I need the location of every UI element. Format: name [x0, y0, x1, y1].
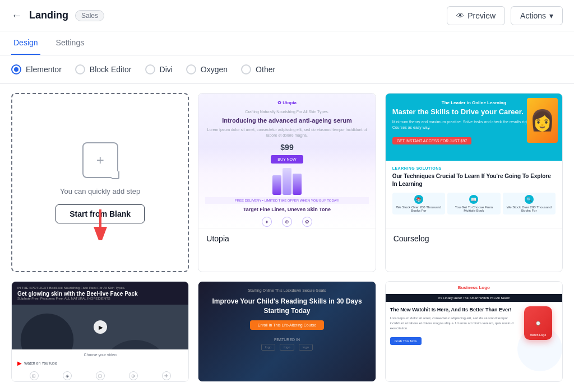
utopia-label: Utopia — [198, 228, 375, 249]
watch-body: The New Watchit Is Here, And Its Better … — [386, 302, 562, 349]
courselog-feature-2: 📖 You Get To Choose From Multiple Book — [447, 193, 500, 214]
beehive-subtitle: Sulphate Free. Parabens Free. ALL NATURA… — [17, 297, 183, 300]
watch-header: Business Logo — [386, 282, 562, 294]
utopia-preview: ✿ Utopia Crafting Naturally Nourishing F… — [198, 94, 375, 228]
radio-label-elementor: Elementor — [26, 65, 62, 74]
watch-device-label: Watch Logo — [530, 333, 546, 337]
page-badge: Sales — [75, 10, 104, 21]
courselog-cta-btn: GET INSTANT ACCESS FOR JUST $97 — [392, 137, 472, 144]
feature-icon-3: 🔍 — [525, 195, 534, 204]
reading-logo-2: logo — [280, 344, 294, 351]
template-grid: + You can quickly add step Start from Bl… — [0, 84, 574, 391]
beehive-choose-text: Choose your video — [12, 349, 188, 358]
reading-banner: Starting Online This Lockdown Secure Goa… — [248, 288, 326, 292]
courselog-label: Courselog — [386, 228, 562, 249]
preview-button[interactable]: 👁 Preview — [447, 6, 505, 25]
utopia-brand: ✿ Utopia — [277, 100, 297, 105]
header-left: ← Landing Sales — [11, 9, 104, 22]
watch-banner: It's Finally Here! The Smart Watch You A… — [386, 294, 562, 302]
page-title: Landing — [29, 10, 68, 21]
beehive-spotlight-text: IN THE SPOTLIGHT BeelHive Nourishing Fac… — [17, 286, 183, 290]
courselog-preview: The Leader in Online Learning Master the… — [386, 94, 562, 228]
youtube-icon: ▶ — [17, 360, 22, 366]
radio-oxygen[interactable]: Oxygen — [186, 64, 228, 74]
reading-content: Starting Online This Lockdown Secure Goa… — [205, 288, 368, 351]
radio-circle-oxygen — [186, 64, 196, 74]
watch-image-area: ⌚ Watch Logo — [519, 306, 558, 345]
tab-settings[interactable]: Settings — [54, 31, 87, 55]
beehive-icon-2: ◈ — [63, 371, 72, 380]
radio-label-divi: Divi — [160, 65, 173, 74]
courselog-person-image: 👩 — [527, 98, 558, 143]
courselog-body-title: Our Techniques Crucial To Learn If You'r… — [392, 172, 556, 188]
template-card-beehive[interactable]: IN THE SPOTLIGHT BeelHive Nourishing Fac… — [11, 281, 189, 382]
utopia-desc: Lorem ipsum dolor sit amet, consectetur … — [205, 127, 368, 138]
utopia-banner: FREE DELIVERY • LIMITED TIME OFFER WHEN … — [205, 197, 368, 204]
courselog-hero: The Leader in Online Learning Master the… — [386, 94, 562, 161]
template-card-reading[interactable]: Starting Online This Lockdown Secure Goa… — [198, 281, 376, 382]
blank-card-text: You can quickly add step — [60, 187, 140, 195]
chevron-down-icon: ▾ — [549, 11, 553, 20]
header-right: 👁 Preview Actions ▾ — [447, 6, 563, 25]
feature-icon-2: 📖 — [469, 195, 478, 204]
template-card-watch[interactable]: Business Logo It's Finally Here! The Sma… — [385, 281, 563, 382]
beehive-title: Get glowing skin with the BeeHive Face P… — [17, 291, 183, 297]
beehive-bottom-icons: ⊞ ◈ ⊡ ⊕ ✛ — [12, 368, 188, 382]
radio-elementor[interactable]: Elementor — [11, 64, 62, 74]
utopia-headline: Introducing the advanced anti-ageing ser… — [222, 117, 352, 124]
watch-description: Lorem ipsum dolor sit amet, consectetur … — [390, 316, 515, 331]
beehive-icon-4: ⊕ — [129, 371, 138, 380]
beehive-icon-3: ⊡ — [96, 371, 105, 380]
radio-label-other: Other — [256, 65, 275, 74]
preview-label: Preview — [467, 11, 496, 20]
radio-circle-other — [241, 64, 251, 74]
watch-cta-btn: Grab This Now — [390, 337, 422, 345]
beehive-icon-1: ⊞ — [30, 371, 39, 380]
radio-circle-block-editor — [75, 64, 85, 74]
watch-business-logo: Business Logo — [458, 285, 490, 290]
beehive-icon-5: ✛ — [162, 371, 171, 380]
reading-cta-btn: Enroll In This Life-Altering Course — [250, 320, 325, 330]
courselog-section-label: LEARNING SOLUTIONS — [392, 166, 556, 170]
utopia-buy-btn: BUY NOW — [271, 155, 303, 164]
reading-featured-label: FEATURED IN — [274, 338, 300, 342]
tab-bar: Design Settings — [0, 31, 574, 55]
play-button: ▶ — [94, 320, 107, 334]
template-card-courselog[interactable]: The Leader in Online Learning Master the… — [385, 93, 563, 272]
courselog-feature-1: 📚 We Stock Over 200 Thousand Books For — [392, 193, 445, 214]
watch-headline: The New Watchit Is Here, And Its Better … — [390, 306, 515, 314]
courselog-features: 📚 We Stock Over 200 Thousand Books For 📖… — [392, 193, 556, 214]
watch-device-image: ⌚ Watch Logo — [524, 306, 552, 340]
builder-selector: Elementor Block Editor Divi Oxygen Other — [0, 55, 574, 84]
courselog-feature-3: 🔍 We Stock Over 200 Thousand Books For — [503, 193, 556, 214]
watch-text-area: The New Watchit Is Here, And Its Better … — [390, 306, 519, 345]
tab-design[interactable]: Design — [11, 31, 40, 55]
beehive-preview: IN THE SPOTLIGHT BeelHive Nourishing Fac… — [12, 282, 188, 382]
radio-label-oxygen: Oxygen — [201, 65, 228, 74]
actions-label: Actions — [520, 11, 546, 20]
utopia-tagline: Crafting Naturally Nourishing For All Sk… — [245, 110, 328, 114]
reading-logo-1: logo — [261, 344, 275, 351]
template-card-utopia[interactable]: ✿ Utopia Crafting Naturally Nourishing F… — [198, 93, 376, 272]
actions-button[interactable]: Actions ▾ — [511, 6, 563, 25]
eye-icon: 👁 — [456, 11, 464, 20]
beehive-youtube-row: ▶ Watch on YouTube — [12, 358, 188, 368]
reading-logo-row: logo logo logo — [261, 344, 313, 351]
radio-block-editor[interactable]: Block Editor — [75, 64, 132, 74]
radio-circle-elementor — [11, 64, 21, 74]
utopia-bottles — [272, 168, 302, 195]
beehive-youtube-text: Watch on YouTube — [24, 361, 57, 365]
arrow-indicator — [84, 207, 117, 240]
utopia-feature-icons: ♦ ⊕ ✿ — [262, 217, 312, 227]
radio-other[interactable]: Other — [241, 64, 275, 74]
courselog-body: LEARNING SOLUTIONS Our Techniques Crucia… — [386, 161, 562, 220]
blank-template-card[interactable]: + You can quickly add step Start from Bl… — [11, 93, 189, 272]
radio-circle-divi — [145, 64, 155, 74]
utopia-subtitle: Target Fine Lines, Uneven Skin Tone — [243, 207, 331, 212]
feature-icon-1: 📚 — [414, 195, 423, 204]
radio-divi[interactable]: Divi — [145, 64, 173, 74]
reading-title: Improve Your Child's Reading Skills in 3… — [205, 297, 368, 316]
back-button[interactable]: ← — [11, 9, 22, 22]
app-header: ← Landing Sales 👁 Preview Actions ▾ — [0, 0, 574, 31]
watch-preview: Business Logo It's Finally Here! The Sma… — [386, 282, 562, 382]
